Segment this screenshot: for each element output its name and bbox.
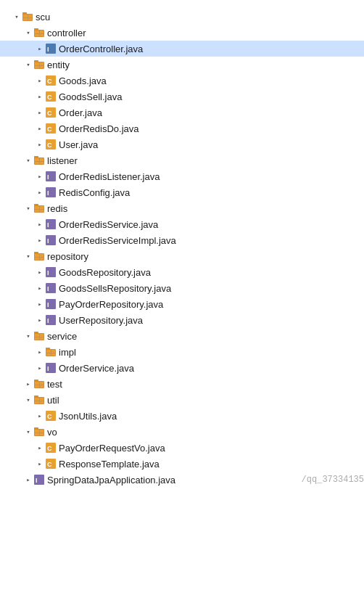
java-class-icon: C [45, 442, 57, 454]
svg-rect-2 [28, 15, 32, 17]
collapsed-arrow[interactable] [35, 411, 45, 421]
collapsed-arrow[interactable] [35, 235, 45, 245]
tree-item-OrderRedisService-java[interactable]: I OrderRedisService.java [0, 216, 364, 232]
svg-text:C: C [47, 94, 52, 101]
item-label: OrderRedisService.java [59, 219, 364, 230]
svg-rect-45 [34, 204, 38, 206]
svg-text:I: I [47, 189, 49, 197]
tree-item-OrderService-java[interactable]: I OrderService.java [0, 360, 364, 376]
tree-item-entity[interactable]: entity [0, 57, 364, 73]
collapsed-arrow[interactable] [35, 139, 45, 149]
svg-rect-32 [40, 158, 44, 161]
item-label: ResponseTemplate.java [59, 459, 364, 470]
tree-item-UserRepository-java[interactable]: I UserRepository.java [0, 312, 364, 328]
svg-rect-43 [35, 210, 39, 212]
svg-rect-33 [35, 162, 39, 164]
expanded-arrow[interactable] [23, 331, 33, 341]
collapsed-arrow[interactable] [35, 91, 45, 102]
tree-item-impl[interactable]: impl [0, 344, 364, 360]
item-label: JsonUtils.java [59, 411, 364, 422]
collapsed-arrow[interactable] [35, 283, 45, 293]
collapsed-arrow[interactable] [35, 75, 45, 86]
collapsed-arrow[interactable] [23, 379, 33, 389]
tree-item-redis[interactable]: redis [0, 200, 364, 216]
java-interface2-icon: I [45, 282, 57, 294]
collapsed-arrow[interactable] [35, 299, 45, 309]
tree-item-GoodsSellsRepository-java[interactable]: I GoodsSellsRepository.java [0, 280, 364, 296]
item-label: repository [47, 251, 364, 262]
tree-item-User-java[interactable]: C User.java [0, 136, 364, 152]
collapsed-arrow[interactable] [35, 171, 45, 181]
collapsed-arrow[interactable] [35, 107, 45, 118]
expanded-arrow[interactable] [23, 251, 33, 261]
tree-item-scu[interactable]: scu [0, 9, 364, 25]
package-icon [33, 426, 45, 438]
expanded-arrow[interactable] [23, 427, 33, 437]
svg-rect-87 [35, 401, 39, 403]
svg-rect-34 [40, 162, 44, 164]
collapsed-arrow[interactable] [23, 475, 33, 485]
package-icon [22, 11, 33, 22]
tree-item-GoodsRepository-java[interactable]: I GoodsRepository.java [0, 264, 364, 280]
svg-rect-83 [34, 380, 38, 382]
svg-rect-17 [35, 66, 39, 68]
svg-text:I: I [47, 365, 49, 372]
tree-item-Order-java[interactable]: C Order.java [0, 105, 364, 120]
tree-item-OrderRedisServiceImpl-java[interactable]: I OrderRedisServiceImpl.java [0, 232, 364, 248]
expanded-arrow[interactable] [23, 203, 33, 213]
svg-rect-72 [51, 350, 55, 353]
collapsed-arrow[interactable] [35, 123, 45, 134]
item-label: scu [36, 12, 364, 22]
collapsed-arrow[interactable] [35, 219, 45, 229]
collapsed-arrow[interactable] [35, 315, 45, 325]
collapsed-arrow[interactable] [35, 187, 45, 197]
tree-item-vo[interactable]: vo [0, 424, 364, 440]
expanded-arrow[interactable] [23, 155, 33, 165]
tree-item-listener[interactable]: listener [0, 152, 364, 168]
svg-text:I: I [47, 173, 49, 181]
collapsed-arrow[interactable] [35, 267, 45, 277]
expanded-arrow[interactable] [23, 60, 33, 70]
java-class-icon: C [45, 410, 57, 422]
expanded-arrow[interactable] [12, 12, 22, 22]
tree-item-PayOrderRepository-java[interactable]: I PayOrderRepository.java [0, 296, 364, 312]
svg-rect-95 [35, 433, 39, 435]
expanded-arrow[interactable] [23, 395, 33, 405]
package-icon [33, 394, 45, 406]
svg-rect-86 [40, 398, 44, 401]
item-label: impl [59, 347, 364, 358]
svg-rect-19 [34, 60, 38, 62]
tree-item-Goods-java[interactable]: C Goods.java [0, 73, 364, 89]
svg-rect-66 [40, 334, 44, 337]
item-label: OrderRedisDo.java [59, 123, 364, 134]
tree-item-OrderRedisDo-java[interactable]: C OrderRedisDo.java [0, 120, 364, 136]
collapsed-arrow[interactable] [35, 459, 45, 469]
tree-item-util[interactable]: util [0, 392, 364, 408]
expanded-arrow[interactable] [23, 28, 33, 38]
tree-item-JsonUtils-java[interactable]: C JsonUtils.java [0, 408, 364, 424]
tree-item-PayOrderRequestVo-java[interactable]: C PayOrderRequestVo.java [0, 440, 364, 456]
tree-item-service[interactable]: service [0, 328, 364, 344]
tree-item-OrderRedisListener-java[interactable]: I OrderRedisListener.java [0, 168, 364, 184]
tree-item-SpringDataJpaApplication-java[interactable]: I SpringDataJpaApplication.java/qq_37334… [0, 472, 364, 488]
tree-item-GoodsSell-java[interactable]: C GoodsSell.java [0, 89, 364, 105]
item-label: OrderRedisListener.java [59, 171, 364, 182]
svg-rect-80 [40, 382, 44, 385]
item-label: RedisConfig.java [59, 187, 364, 198]
collapsed-arrow[interactable] [35, 44, 45, 54]
tree-item-ResponseTemplate-java[interactable]: C ResponseTemplate.java [0, 456, 364, 472]
tree-item-OrderController-java[interactable]: I OrderController.java [0, 41, 364, 57]
tree-item-RedisConfig-java[interactable]: I RedisConfig.java [0, 184, 364, 200]
collapsed-arrow[interactable] [35, 363, 45, 373]
collapsed-arrow[interactable] [35, 443, 45, 453]
package-icon [45, 346, 57, 358]
tree-item-controller[interactable]: controller [0, 25, 364, 41]
svg-rect-8 [40, 30, 44, 33]
file-tree: scu controller I OrderController.java en… [0, 6, 364, 491]
item-label: OrderRedisServiceImpl.java [59, 235, 364, 246]
collapsed-arrow[interactable] [35, 347, 45, 357]
tree-item-repository[interactable]: repository [0, 248, 364, 264]
java-class-icon: C [45, 107, 57, 118]
tree-item-test[interactable]: test [0, 376, 364, 392]
svg-text:I: I [47, 269, 49, 276]
